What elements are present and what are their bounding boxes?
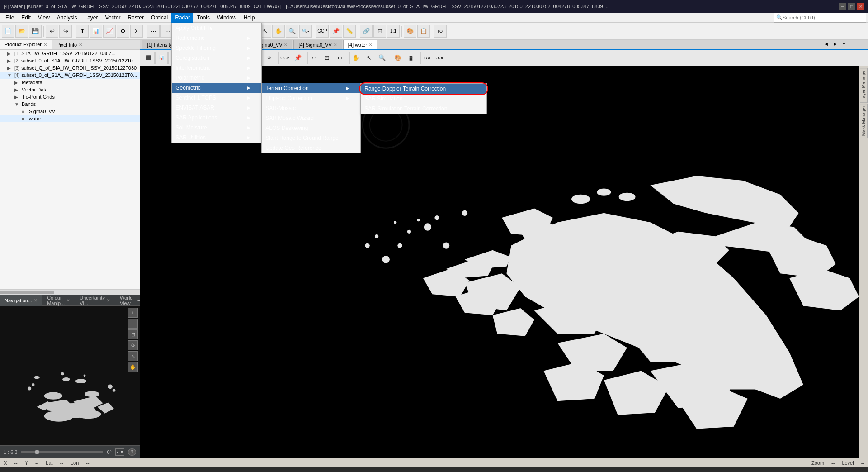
band-sigma0[interactable]: ■ Sigma0_VV — [0, 108, 140, 115]
radar-interferometric[interactable]: Interferometric ▶ — [172, 63, 261, 73]
mini-map[interactable]: + − ⊡ ⟳ ↖ ✋ — [0, 306, 140, 445]
product-4-metadata[interactable]: ▶ Metadata — [0, 79, 140, 86]
vt-pan[interactable]: ✋ — [349, 52, 362, 64]
vt-btn1[interactable]: ⬛ — [142, 52, 155, 64]
vt-pin1[interactable]: 📌 — [292, 52, 304, 64]
tab-product-explorer[interactable]: Product Explorer ✕ — [0, 40, 52, 49]
menu-raster[interactable]: Raster — [124, 13, 147, 23]
process-btn[interactable]: ⚙ — [117, 25, 129, 38]
tab-worldview[interactable]: World View — [115, 295, 138, 306]
tab-colour-manip[interactable]: Colour Manip... ✕ — [42, 295, 75, 306]
measure-btn[interactable]: 📏 — [343, 25, 356, 38]
geometric-update-geo[interactable]: Update Geo Reference — [262, 143, 360, 153]
btn-t1[interactable]: ⋯ — [147, 25, 160, 38]
pin-btn[interactable]: 📌 — [330, 25, 342, 38]
radar-apply-orbit[interactable]: Apply Orbit File — [172, 23, 261, 33]
color-btn[interactable]: 🎨 — [404, 25, 416, 38]
product-4-vector[interactable]: ▶ Vector Data — [0, 86, 140, 93]
open-btn[interactable]: 📂 — [15, 25, 28, 38]
sum-btn[interactable]: Σ — [130, 25, 143, 38]
radar-envisat[interactable]: ENVISAT ASAR ▶ — [172, 103, 261, 113]
maximize-button[interactable]: □ — [848, 3, 855, 10]
close-button[interactable]: ✕ — [857, 3, 864, 10]
tab-uncertainty[interactable]: Uncertainty Vi... ✕ — [75, 295, 115, 306]
gcp-btn[interactable]: GCP — [316, 25, 329, 38]
terrain-sar-simulation[interactable]: SAR Simulation — [361, 94, 486, 104]
vt-btn10[interactable]: ⊗ — [263, 52, 275, 64]
layer-manager-tab[interactable]: Layer Manager — [860, 68, 868, 103]
tab-navigation[interactable]: Navigation... ✕ — [0, 295, 42, 306]
zoom-fit-nav[interactable]: ⊡ — [128, 329, 138, 339]
view-tab-sigma0-4[interactable]: [4] Sigma0_VV ✕ — [293, 40, 342, 49]
pan-nav[interactable]: ✋ — [128, 362, 138, 372]
geometric-ellipsoid[interactable]: Ellipsoid Correction ▶ — [262, 93, 360, 103]
minimize-button[interactable]: ─ — [839, 3, 846, 10]
view-tab-water-4[interactable]: [4] water ✕ — [343, 40, 377, 49]
geometric-terrain-correction[interactable]: Terrain Correction ▶ Range-Doppler Terra… — [262, 83, 360, 93]
terrain-sar-sim-correction[interactable]: SAR-Simulation Terrain Correction — [361, 104, 486, 114]
radar-sar-applications[interactable]: SAR Applications ▶ — [172, 113, 261, 123]
vt-z1[interactable]: 1:1 — [334, 52, 346, 64]
geometric-slant-range[interactable]: Slant Range to Ground Range — [262, 133, 360, 143]
radar-speckle[interactable]: Speckle Filtering ▶ — [172, 43, 261, 53]
scale-slider[interactable] — [21, 451, 104, 453]
scroll-tabs-right[interactable]: ▶ — [831, 40, 839, 48]
search-box[interactable]: 🔍 — [774, 13, 866, 23]
menu-edit[interactable]: Edit — [18, 13, 34, 23]
import-btn[interactable]: ⬆ — [76, 25, 89, 38]
layer-btn[interactable]: 📋 — [417, 25, 430, 38]
sync-btn[interactable]: 🔗 — [360, 25, 373, 38]
vt-cursor[interactable]: ↖ — [363, 52, 375, 64]
menu-radar[interactable]: Radar Apply Orbit File Radiometric ▶ Spe… — [171, 13, 193, 23]
menu-analysis[interactable]: Analysis — [53, 13, 81, 23]
mask-manager-tab[interactable]: Mask Manager — [860, 104, 868, 138]
product-4[interactable]: ▼ [4] subset_0_of_S1A_IW_GRDH_1SSV_20150… — [0, 72, 140, 79]
zoom-out-nav[interactable]: − — [128, 319, 138, 329]
menu-view[interactable]: View — [34, 13, 53, 23]
product-4-bands[interactable]: ▼ Bands — [0, 100, 140, 108]
hscroll-thumb[interactable] — [0, 291, 54, 294]
maximize-view-btn[interactable]: □ — [849, 40, 857, 48]
vt-stretch[interactable]: ▓ — [405, 52, 417, 64]
zoom-out-btn[interactable]: 🔍- — [299, 25, 312, 38]
vt-toi[interactable]: TOI — [420, 52, 433, 64]
vt-zoom[interactable]: 🔍 — [376, 52, 388, 64]
toi-btn[interactable]: TOI — [434, 25, 447, 38]
radar-geometric[interactable]: Geometric ▶ Terrain Correction ▶ Range-D… — [172, 83, 261, 93]
radar-sentinel1[interactable]: Sentinel-1 TOPS ▶ — [172, 93, 261, 103]
help-button[interactable]: ? — [128, 448, 136, 456]
product-2[interactable]: ▶ [2] subset_0_of_S1A_IW_GRDH_1SSV_20150… — [0, 57, 140, 64]
vt-fit[interactable]: ⊡ — [321, 52, 333, 64]
menu-optical[interactable]: Optical — [147, 13, 171, 23]
menu-window[interactable]: Window — [213, 13, 240, 23]
search-input[interactable] — [783, 15, 864, 20]
product-3[interactable]: ▶ [3] subset_Q_of_SIA_IW_GRDH_ISSV_20150… — [0, 64, 140, 72]
fit-btn[interactable]: ⊡ — [373, 25, 386, 38]
product-1[interactable]: ▶ [1] S1A_IW_GRDH_1SSV_20150122T0307... — [0, 50, 140, 57]
geometric-sar-mosaic[interactable]: SAR-Mosaic — [262, 103, 360, 113]
menu-vector[interactable]: Vector — [102, 13, 124, 23]
sync-nav[interactable]: ⟳ — [128, 340, 138, 350]
scroll-tabs-left[interactable]: ◀ — [822, 40, 830, 48]
radar-coreg[interactable]: Coregistration ▶ — [172, 53, 261, 63]
zoom1-btn[interactable]: 1:1 — [387, 25, 400, 38]
zoom-in-btn[interactable]: 🔍 — [286, 25, 298, 38]
radar-sar-utilities[interactable]: SAR Utilities ▶ — [172, 133, 261, 143]
vt-sync[interactable]: ↔ — [307, 52, 320, 64]
vt-gcp1[interactable]: GCP — [278, 52, 291, 64]
terrain-range-doppler[interactable]: Range-Doppler Terrain Correction — [361, 84, 486, 94]
radar-polarimetric[interactable]: Polarimetric ▶ — [172, 73, 261, 83]
menu-tools[interactable]: Tools — [193, 13, 213, 23]
export-btn[interactable]: 📊 — [90, 25, 102, 38]
vt-ool[interactable]: OOL — [434, 52, 446, 64]
pan-btn[interactable]: ✋ — [272, 25, 285, 38]
menu-file[interactable]: File — [2, 13, 18, 23]
vt-color[interactable]: 🎨 — [392, 52, 404, 64]
geometric-mosaic-wizard[interactable]: SAR Mosaic Wizard — [262, 113, 360, 123]
zoom-in-nav[interactable]: + — [128, 308, 138, 318]
new-btn[interactable]: 📄 — [2, 25, 14, 38]
scale-slider-thumb[interactable] — [35, 450, 39, 454]
save-btn[interactable]: 💾 — [29, 25, 42, 38]
redo-btn[interactable]: ↪ — [59, 25, 72, 38]
band-water[interactable]: ■ water — [0, 115, 140, 122]
